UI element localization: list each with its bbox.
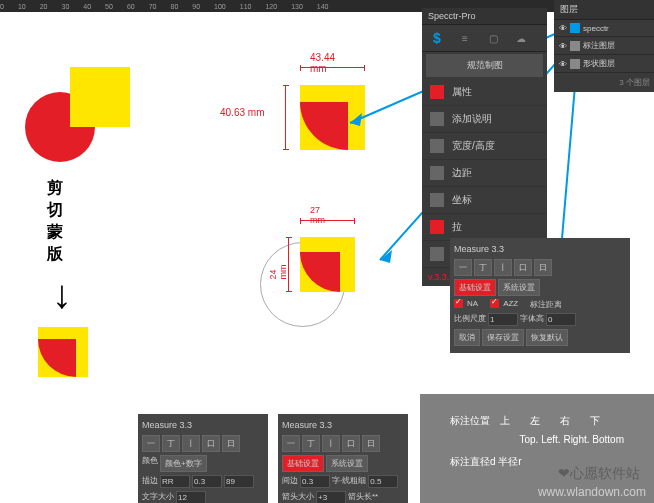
layer-row[interactable]: 👁形状图层 [554,55,654,73]
dimension-height [285,85,286,150]
tab-3[interactable]: 丨 [494,259,512,276]
visibility-icon[interactable]: 👁 [559,24,567,32]
tab-4[interactable]: 口 [514,259,532,276]
scale-input[interactable] [488,313,518,326]
panel-tabs: $ ≡ ▢ ☁ [422,25,547,52]
panel-item-spacing[interactable]: 边距 [422,160,547,187]
down-arrow-icon: ↓ [52,272,72,317]
checkbox-na[interactable] [454,299,463,308]
system-settings-tab[interactable]: 系统设置 [498,279,540,296]
watermark: www.wlandown.com [538,485,646,499]
panel-title: Measure 3.3 [454,242,626,256]
font-input[interactable] [546,313,576,326]
stroke-input[interactable] [160,475,190,488]
textsize-input[interactable] [176,491,206,503]
dimension-height [288,237,289,292]
panel-section-header: 规范制图 [426,54,543,77]
dimension-width-label: 27 mm [310,205,325,225]
expand-icon [430,220,444,234]
tab-5[interactable]: 日 [534,259,552,276]
dimension-height-label: 24 mm [268,265,288,280]
cancel-button[interactable]: 取消 [454,329,480,346]
canvas[interactable]: 43.44 mm 40.63 mm 剪切蒙版 ↓ 27 mm 24 mm [0,12,420,412]
export-icon [430,247,444,261]
panel-title: 图层 [554,0,654,20]
checkbox-azz[interactable] [490,299,499,308]
tab-cloud-icon[interactable]: ☁ [510,29,532,47]
panel-item-expand[interactable]: 拉 [422,214,547,241]
layer-swatch [570,23,580,33]
note-icon [430,112,444,126]
properties-icon [430,85,444,99]
panel-item-note[interactable]: 添加说明 [422,106,547,133]
basic-settings-tab[interactable]: 基础设置 [454,279,496,296]
layers-panel[interactable]: 图层 👁specctr 👁标注图层 👁形状图层 3 个图层 [554,0,654,92]
panel-item-coords[interactable]: 坐标 [422,187,547,214]
artwork-clipped-small[interactable] [38,327,88,377]
dimension-height-label: 40.63 mm [220,107,264,118]
panel-title: Specctr-Pro [422,8,547,25]
save-button[interactable]: 保存设置 [482,329,524,346]
visibility-icon[interactable]: 👁 [559,60,567,68]
tab-row: 一 丁 丨 口 日 [454,259,626,276]
dimension-width-label: 43.44 mm [310,52,335,74]
layer-row[interactable]: 👁specctr [554,20,654,37]
tab-1[interactable]: 一 [454,259,472,276]
panel-title: Measure 3.3 [142,418,264,432]
measure-panel-main[interactable]: Measure 3.3 一 丁 丨 口 日 基础设置系统设置 NA AZZ 标注… [450,238,630,353]
spacing-icon [430,166,444,180]
layer-count: 3 个图层 [554,73,654,92]
layer-swatch [570,41,580,51]
dimensions-icon [430,139,444,153]
site-logo: ❤心愿软件站 [558,465,640,483]
visibility-icon[interactable]: 👁 [559,42,567,50]
yellow-square [70,67,130,127]
reset-button[interactable]: 恢复默认 [526,329,568,346]
clipping-mask-label: 剪切蒙版 [45,177,65,265]
layer-row[interactable]: 👁标注图层 [554,37,654,55]
layer-swatch [570,59,580,69]
measure-panel-2[interactable]: Measure 3.3 一丁丨口日 颜色颜色+数字 描边 文字大小 取消保存设置… [138,414,268,503]
tab-lines-icon[interactable]: ≡ [454,29,476,47]
color-option[interactable]: 颜色+数字 [160,455,207,472]
tab-box-icon[interactable]: ▢ [482,29,504,47]
panel-item-dimensions[interactable]: 宽度/高度 [422,133,547,160]
dimension-width [300,220,355,221]
tab-dollar-icon[interactable]: $ [426,29,448,47]
panel-title: Measure 3.3 [282,418,404,432]
panel-item-properties[interactable]: 属性 [422,79,547,106]
info-block: 标注位置 上 左 右 下 Top. Left. Right. Bottom 标注… [420,394,654,503]
coords-icon [430,193,444,207]
tab-2[interactable]: 丁 [474,259,492,276]
measure-panel-3[interactable]: Measure 3.3 一丁丨口日 基础设置系统设置 间边字·线粗细 箭头大小箭… [278,414,408,503]
